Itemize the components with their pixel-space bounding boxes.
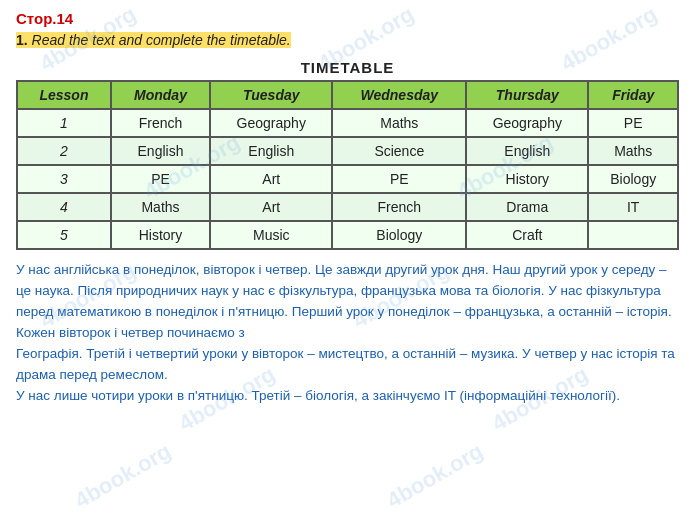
lesson-number: 4 [17, 193, 111, 221]
timetable-title: TIMETABLE [16, 59, 679, 76]
table-cell: English [466, 137, 588, 165]
instruction-highlight: 1. Read the text and complete the timeta… [16, 32, 291, 48]
table-cell: PE [588, 109, 678, 137]
table-header: Lesson Monday Tuesday Wednesday Thursday… [17, 81, 678, 109]
col-monday: Monday [111, 81, 210, 109]
table-cell: PE [332, 165, 466, 193]
table-cell: PE [111, 165, 210, 193]
table-cell: Music [210, 221, 332, 249]
table-cell: Art [210, 165, 332, 193]
col-tuesday: Tuesday [210, 81, 332, 109]
table-body: 1FrenchGeographyMathsGeographyPE2English… [17, 109, 678, 249]
header-row: Lesson Monday Tuesday Wednesday Thursday… [17, 81, 678, 109]
table-cell: Maths [332, 109, 466, 137]
lesson-number: 3 [17, 165, 111, 193]
table-cell: Craft [466, 221, 588, 249]
table-row: 1FrenchGeographyMathsGeographyPE [17, 109, 678, 137]
table-cell: English [111, 137, 210, 165]
table-row: 4MathsArtFrenchDramaIT [17, 193, 678, 221]
table-cell: Geography [210, 109, 332, 137]
table-row: 2EnglishEnglishScienceEnglishMaths [17, 137, 678, 165]
table-row: 3PEArtPEHistoryBiology [17, 165, 678, 193]
table-cell: English [210, 137, 332, 165]
table-cell: Science [332, 137, 466, 165]
table-cell: Art [210, 193, 332, 221]
table-cell [588, 221, 678, 249]
col-thursday: Thursday [466, 81, 588, 109]
table-cell: Geography [466, 109, 588, 137]
table-cell: Drama [466, 193, 588, 221]
instruction-text: Read the text and complete the timetable… [28, 32, 291, 48]
table-cell: History [466, 165, 588, 193]
lesson-number: 2 [17, 137, 111, 165]
lesson-number: 1 [17, 109, 111, 137]
table-row: 5HistoryMusicBiologyCraft [17, 221, 678, 249]
col-lesson: Lesson [17, 81, 111, 109]
body-text: У нас англійська в понеділок, вівторок і… [16, 260, 679, 406]
table-cell: History [111, 221, 210, 249]
table-cell: Biology [588, 165, 678, 193]
lesson-number: 5 [17, 221, 111, 249]
table-cell: Maths [588, 137, 678, 165]
page-ref: Стор.14 [16, 10, 679, 27]
table-cell: French [332, 193, 466, 221]
watermark-layer: 4book.org4book.org4book.org4book.org4boo… [0, 0, 695, 514]
instruction-line: 1. Read the text and complete the timeta… [16, 31, 679, 49]
instruction-num: 1. [16, 32, 28, 48]
table-cell: Maths [111, 193, 210, 221]
table-cell: French [111, 109, 210, 137]
col-wednesday: Wednesday [332, 81, 466, 109]
table-cell: IT [588, 193, 678, 221]
timetable: Lesson Monday Tuesday Wednesday Thursday… [16, 80, 679, 250]
col-friday: Friday [588, 81, 678, 109]
table-cell: Biology [332, 221, 466, 249]
